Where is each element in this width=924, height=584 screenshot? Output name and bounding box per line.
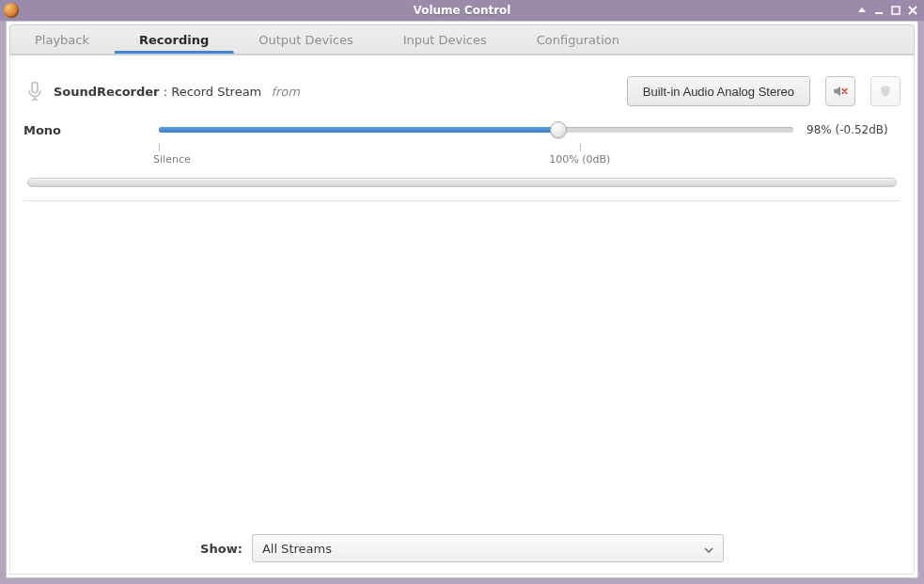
level-meter (27, 178, 897, 187)
stream-header: SoundRecorder : Record Stream from Built… (23, 76, 901, 106)
volume-readout: 98% (-0.52dB) (807, 123, 901, 136)
window-controls-group (856, 5, 924, 16)
stream-from-label: from (270, 85, 300, 99)
shield-icon (878, 84, 893, 99)
stream-title: SoundRecorder : Record Stream from (54, 85, 300, 99)
tab-input-devices[interactable]: Input Devices (379, 25, 512, 54)
tab-output-devices[interactable]: Output Devices (234, 25, 379, 54)
microphone-icon (23, 80, 46, 103)
close-button[interactable] (907, 5, 918, 16)
tab-playback[interactable]: Playback (10, 25, 115, 54)
slider-scale: Silence 100% (0dB) (159, 144, 807, 168)
show-selected-value: All Streams (262, 542, 332, 556)
window-body: Playback Recording Output Devices Input … (6, 21, 918, 578)
minimize-button[interactable] (873, 5, 885, 16)
show-select[interactable]: All Streams (252, 534, 724, 562)
tick-label-silence: Silence (153, 153, 191, 166)
lock-stream-button[interactable] (870, 76, 901, 106)
maximize-button[interactable] (890, 5, 901, 16)
volume-row: Mono 98% (-0.52dB) (23, 121, 901, 138)
stream-desc: Record Stream (171, 85, 261, 99)
tab-recording[interactable]: Recording (115, 25, 234, 54)
svg-rect-2 (32, 83, 38, 93)
stream-divider (23, 200, 901, 201)
svg-rect-0 (875, 12, 883, 14)
slider-fill (159, 127, 558, 133)
slider-scale-row: Silence 100% (0dB) (23, 144, 901, 168)
tick-silence (159, 144, 160, 151)
volume-slider[interactable] (159, 121, 793, 138)
tick-100 (580, 144, 581, 151)
stream-app-name: SoundRecorder (54, 85, 160, 99)
mute-button[interactable] (825, 76, 855, 106)
content-area: SoundRecorder : Record Stream from Built… (9, 55, 915, 575)
tabbar: Playback Recording Output Devices Input … (9, 24, 915, 55)
tab-configuration[interactable]: Configuration (512, 25, 645, 54)
footer: Show: All Streams (23, 529, 901, 564)
window-up-button[interactable] (856, 5, 868, 16)
channel-label: Mono (23, 123, 146, 137)
speaker-muted-icon (832, 83, 849, 100)
tick-label-100: 100% (0dB) (549, 153, 610, 166)
app-icon (4, 3, 19, 18)
show-label: Show: (200, 542, 243, 556)
slider-thumb[interactable] (550, 121, 567, 138)
stream-desc-prefix: : (160, 85, 172, 99)
svg-rect-1 (892, 7, 900, 14)
chevron-down-icon (704, 542, 713, 556)
window-title: Volume Control (0, 4, 924, 17)
source-device-button[interactable]: Built-in Audio Analog Stereo (627, 76, 810, 106)
titlebar: Volume Control (0, 0, 924, 21)
